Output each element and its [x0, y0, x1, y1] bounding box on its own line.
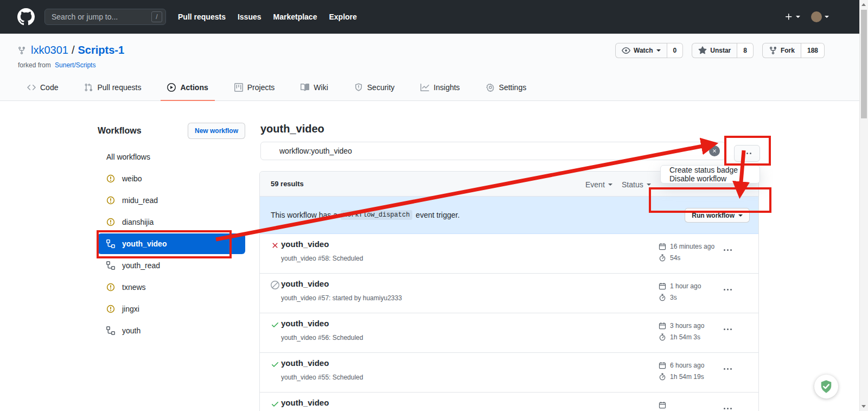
- calendar-icon: [659, 282, 666, 290]
- github-logo-icon[interactable]: [17, 8, 35, 26]
- fork-button[interactable]: Fork: [762, 43, 801, 58]
- banner-code: workflow_dispatch: [341, 210, 412, 220]
- sidebar-workflow-item[interactable]: midu_read: [98, 190, 245, 211]
- run-title-link[interactable]: youth_video: [281, 358, 329, 368]
- run-meta: 16 minutes ago 54s: [659, 241, 714, 263]
- scroll-down-icon[interactable]: [861, 405, 866, 408]
- watch-button[interactable]: Watch: [615, 43, 667, 58]
- slash-shortcut-hint: /: [151, 11, 162, 22]
- nav-explore[interactable]: Explore: [329, 12, 356, 21]
- status-filter-button[interactable]: Status: [622, 180, 651, 189]
- run-title-link[interactable]: youth_video: [281, 398, 329, 407]
- tab-insights[interactable]: Insights: [414, 74, 466, 101]
- run-workflow-label: Run workflow: [692, 212, 735, 219]
- shield-icon: [354, 83, 363, 92]
- run-meta: [659, 399, 670, 411]
- tab-projects[interactable]: Projects: [228, 74, 282, 101]
- star-count[interactable]: 8: [737, 43, 754, 58]
- clear-filter-button[interactable]: [709, 146, 720, 156]
- run-time: 3 hours ago: [670, 322, 704, 330]
- sidebar-workflow-item[interactable]: txnews: [98, 277, 245, 298]
- run-title-link[interactable]: youth_video: [281, 319, 329, 328]
- scrollbar-thumb[interactable]: [861, 10, 867, 118]
- play-circle-icon: [167, 83, 176, 92]
- sidebar-workflow-item[interactable]: All workflows: [98, 147, 245, 167]
- book-icon: [301, 83, 309, 92]
- repo-forked-icon: [17, 46, 26, 55]
- tab-label: Projects: [247, 83, 275, 92]
- sidebar-workflow-item[interactable]: youth: [98, 320, 245, 341]
- nav-marketplace[interactable]: Marketplace: [273, 12, 317, 21]
- run-menu-button[interactable]: [724, 328, 732, 330]
- chevron-down-icon: [825, 16, 829, 18]
- sidebar-workflow-item[interactable]: youth_video: [98, 233, 245, 254]
- run-duration: 1h 54m 3s: [670, 333, 700, 341]
- stopwatch-icon: [659, 333, 666, 341]
- event-filter-button[interactable]: Event: [585, 180, 612, 189]
- unstar-label: Unstar: [710, 47, 731, 54]
- run-time: 6 hours ago: [670, 362, 704, 369]
- run-meta: 1 hour ago 3s: [659, 280, 701, 303]
- user-menu-button[interactable]: [811, 11, 829, 22]
- run-duration: 3s: [670, 294, 677, 301]
- run-title-link[interactable]: youth_video: [281, 239, 329, 249]
- fork-count[interactable]: 188: [801, 43, 825, 58]
- tab-pull-requests[interactable]: Pull requests: [78, 74, 148, 101]
- sidebar-item-label: All workflows: [106, 153, 150, 161]
- sidebar-workflow-item[interactable]: jingxi: [98, 299, 245, 319]
- kebab-icon: [724, 368, 732, 370]
- nav-pull-requests[interactable]: Pull requests: [178, 12, 226, 21]
- repo-owner-link[interactable]: lxk0301: [31, 44, 68, 56]
- run-meta: 3 hours ago 1h 54m 3s: [659, 320, 704, 343]
- run-menu-button[interactable]: [724, 289, 732, 290]
- repo-header: lxk0301 / Scripts-1 forked from Sunert/S…: [0, 34, 868, 101]
- code-icon: [27, 83, 36, 92]
- project-icon: [234, 83, 243, 92]
- adguard-badge[interactable]: [814, 375, 838, 399]
- run-title-link[interactable]: youth_video: [281, 279, 329, 288]
- shield-check-icon: [819, 380, 833, 394]
- create-new-button[interactable]: [784, 12, 800, 21]
- tab-actions[interactable]: Actions: [161, 74, 214, 101]
- new-workflow-button[interactable]: New workflow: [188, 123, 245, 139]
- watch-count[interactable]: 0: [667, 43, 684, 58]
- nav-issues[interactable]: Issues: [238, 12, 261, 21]
- tab-label: Settings: [499, 83, 527, 92]
- sidebar-title: Workflows: [98, 126, 142, 136]
- tab-code[interactable]: Code: [21, 74, 65, 101]
- event-filter-label: Event: [585, 180, 605, 189]
- scrollbar[interactable]: [859, 0, 868, 411]
- workflow-filter-input[interactable]: [260, 142, 725, 160]
- tab-settings[interactable]: Settings: [480, 74, 533, 101]
- workflow-run-row: youth_video youth_video #55: Scheduled 6…: [260, 353, 758, 393]
- run-menu-button[interactable]: [724, 249, 732, 251]
- repo-forked-icon: [769, 46, 777, 55]
- kebab-icon: [743, 153, 751, 154]
- unstar-button[interactable]: Unstar: [692, 43, 737, 58]
- run-menu-button[interactable]: [724, 368, 732, 370]
- repo-name-link[interactable]: Scripts-1: [78, 44, 125, 56]
- run-time: 16 minutes ago: [670, 243, 714, 250]
- run-menu-button[interactable]: [724, 408, 732, 409]
- tab-security[interactable]: Security: [348, 74, 401, 101]
- run-meta: 6 hours ago 1h 54m 19s: [659, 359, 704, 382]
- sidebar-item-label: dianshijia: [122, 218, 154, 226]
- sidebar-workflow-item[interactable]: youth_read: [98, 255, 245, 276]
- repo-tabs: Code Pull requests Actions Projects Wiki…: [21, 74, 546, 101]
- sidebar-workflow-item[interactable]: weibo: [98, 168, 245, 189]
- run-workflow-button[interactable]: Run workflow: [685, 208, 750, 223]
- scroll-up-icon[interactable]: [861, 3, 866, 6]
- avatar: [811, 11, 822, 22]
- workflow-run-row: youth_video youth_video #58: Scheduled 1…: [260, 234, 758, 274]
- tab-wiki[interactable]: Wiki: [294, 74, 334, 101]
- fork-source-link[interactable]: Sunert/Scripts: [55, 61, 95, 69]
- fork-note: forked from Sunert/Scripts: [18, 61, 95, 69]
- plus-icon: [784, 12, 793, 21]
- workflow-main: youth_video 59 results Event Status This…: [259, 114, 759, 411]
- sidebar-workflow-item[interactable]: dianshijia: [98, 212, 245, 232]
- kebab-icon: [724, 408, 732, 409]
- global-search-input[interactable]: [44, 9, 166, 25]
- warning-icon: [106, 174, 115, 183]
- warning-icon: [106, 218, 115, 226]
- menu-item-disable-workflow[interactable]: Disable workflow: [661, 168, 735, 189]
